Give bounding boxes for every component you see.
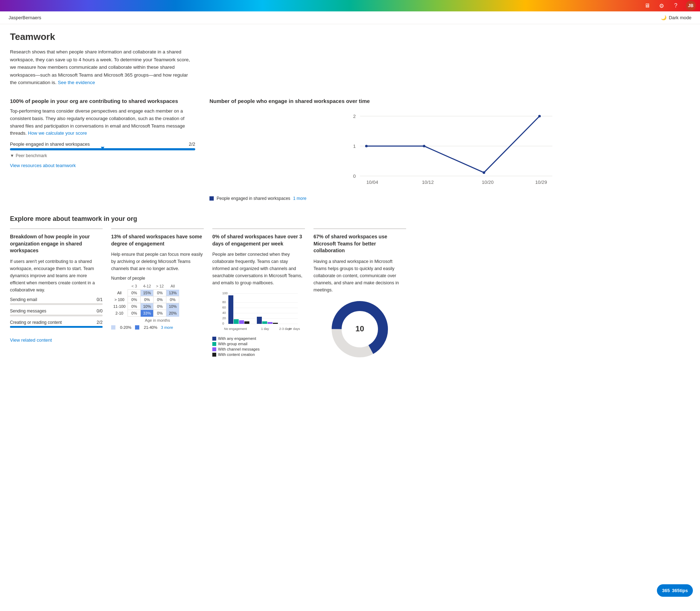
chart3-legend: With any engagement With group email Wit… (212, 336, 305, 357)
legend-content-creation: With content creation (212, 352, 305, 357)
svg-text:20: 20 (222, 316, 226, 320)
metric-label: People engaged in shared workspaces (10, 141, 90, 147)
help-icon[interactable]: ? (672, 1, 680, 10)
benchmark-triangle-icon: ▼ (10, 153, 14, 158)
heatmap-col-2: 4-12 (141, 283, 154, 290)
progress-marker (101, 147, 104, 150)
card2-desc: Help ensure that people can focus more e… (111, 251, 204, 272)
avatar[interactable]: JB (686, 1, 696, 11)
svg-point-12 (483, 171, 485, 174)
card-2: 13% of shared workspaces have some degre… (111, 228, 204, 365)
legend-light-label: 0-20% (120, 325, 131, 330)
metric-sending-messages: Sending messages 0/0 (10, 309, 103, 316)
chart-svg: 2 1 0 10/04 10/12 10/20 10/29 (209, 108, 690, 193)
dark-mode-toggle[interactable]: 🌙 Dark mode (661, 15, 691, 20)
legend-medium-label: 21-40% (144, 325, 157, 330)
page-header: JasperBernaers 🌙 Dark mode (0, 11, 700, 24)
row-label-gt100: > 100 (111, 296, 128, 303)
metric-sending-email: Sending email 0/1 (10, 297, 103, 305)
legend-group-email: With group email (212, 342, 305, 346)
card-4: 67% of shared workspaces use Microsoft T… (313, 228, 406, 365)
username: JasperBernaers (9, 15, 41, 20)
heatmap-col-3: > 12 (154, 283, 166, 290)
rainbow-topbar: 🖥 ⚙ ? JB (0, 0, 700, 11)
svg-text:100: 100 (222, 291, 228, 295)
view-related-content-link[interactable]: View related content (10, 337, 52, 343)
card3-desc: People are better connected when they co… (212, 251, 305, 286)
legend-channel-messages-color (212, 347, 216, 351)
settings-icon[interactable]: ⚙ (657, 1, 666, 10)
page-title: Teamwork (10, 31, 690, 42)
svg-text:No engagement: No engagement (224, 327, 247, 331)
metric-sending-email-label: Sending email (10, 297, 37, 302)
legend-light (111, 325, 115, 330)
metric-creating-label: Creating or reading content (10, 320, 62, 325)
row-label-11-100: 11-100 (111, 303, 128, 310)
intro-text: Research shows that when people share in… (10, 48, 195, 87)
monitor-icon[interactable]: 🖥 (643, 1, 652, 10)
svg-point-13 (538, 115, 541, 117)
cell-all-all: 13% (166, 290, 179, 296)
svg-rect-30 (257, 317, 262, 324)
metric-sending-messages-label: Sending messages (10, 309, 46, 314)
svg-text:0: 0 (222, 322, 224, 325)
card1-title: Breakdown of how people in your organiza… (10, 233, 103, 254)
svg-text:10/29: 10/29 (535, 180, 547, 185)
heatmap-row-11-100: 11-100 0% 10% 0% 10% (111, 303, 179, 310)
how-calculate-link[interactable]: How we calculate your score (28, 130, 87, 136)
legend-more-text[interactable]: 3 more (161, 325, 173, 330)
svg-rect-26 (228, 295, 233, 324)
metric-creating-value: 2/2 (97, 320, 103, 325)
heatmap-col-4: All (166, 283, 179, 290)
svg-text:10/04: 10/04 (367, 180, 378, 185)
card-1: Breakdown of how people in your organiza… (10, 228, 103, 365)
row-label-2-10: 2-10 (111, 310, 128, 317)
right-panel: Number of people who engage in shared wo… (209, 98, 690, 201)
explore-grid: Breakdown of how people in your organiza… (10, 228, 690, 365)
svg-rect-33 (273, 323, 278, 324)
see-evidence-link[interactable]: See the evidence (58, 80, 95, 85)
heatmap-label: Number of people (111, 276, 204, 281)
svg-text:60: 60 (222, 306, 226, 309)
main-content: Teamwork Research shows that when people… (0, 24, 700, 379)
legend-any-engagement: With any engagement (212, 336, 305, 341)
svg-text:10: 10 (356, 324, 364, 333)
svg-text:2: 2 (353, 114, 356, 119)
legend-color (209, 196, 214, 201)
legend-any-engagement-label: With any engagement (218, 336, 256, 341)
heatmap-col-1: < 3 (128, 283, 141, 290)
svg-text:10/12: 10/12 (422, 180, 434, 185)
card1-desc: If users aren't yet contributing to a sh… (10, 258, 103, 294)
heatmap-row-2-10: 2-10 0% 33% 0% 20% (111, 310, 179, 317)
moon-icon: 🌙 (661, 15, 667, 20)
left-panel-heading: 100% of people in your org are contribut… (10, 98, 195, 104)
card2-title: 13% of shared workspaces have some degre… (111, 233, 204, 247)
chart-legend: People engaged in shared workspaces 1 mo… (209, 196, 690, 201)
view-resources-link[interactable]: View resources about teamwork (10, 163, 76, 168)
legend-more: 1 more (293, 196, 306, 201)
heatmap-legend: 0-20% 21-40% 3 more (111, 325, 204, 330)
legend-channel-messages-label: With channel messages (218, 347, 260, 351)
svg-text:1 day: 1 day (261, 327, 269, 331)
legend-group-email-label: With group email (218, 342, 248, 346)
left-panel-desc: Top-performing teams consider diverse pe… (10, 108, 195, 137)
svg-rect-31 (262, 321, 267, 324)
heatmap-row-gt100: > 100 0% 0% 0% 0% (111, 296, 179, 303)
metric-sending-messages-value: 0/0 (97, 309, 103, 314)
top-panels: 100% of people in your org are contribut… (10, 98, 690, 201)
svg-text:1: 1 (353, 144, 356, 149)
chart-heading: Number of people who engage in shared wo… (209, 98, 690, 104)
bar-chart-svg: 100 80 60 40 20 0 (212, 290, 305, 336)
heatmap-table: < 3 4-12 > 12 All All 0% 15% 0% 13% (111, 283, 179, 317)
legend-any-engagement-color (212, 337, 216, 341)
svg-text:40: 40 (222, 311, 226, 315)
svg-text:10/20: 10/20 (482, 180, 494, 185)
explore-heading: Explore more about teamwork in your org (10, 215, 690, 223)
donut-chart: 10 (313, 297, 406, 361)
legend-medium (135, 325, 139, 330)
cell-all-4-12: 15% (141, 290, 154, 296)
svg-rect-27 (234, 319, 239, 324)
dark-mode-label: Dark mode (669, 15, 691, 20)
svg-text:4+ days: 4+ days (289, 327, 300, 331)
card4-desc: Having a shared workspace in Microsoft T… (313, 258, 406, 294)
